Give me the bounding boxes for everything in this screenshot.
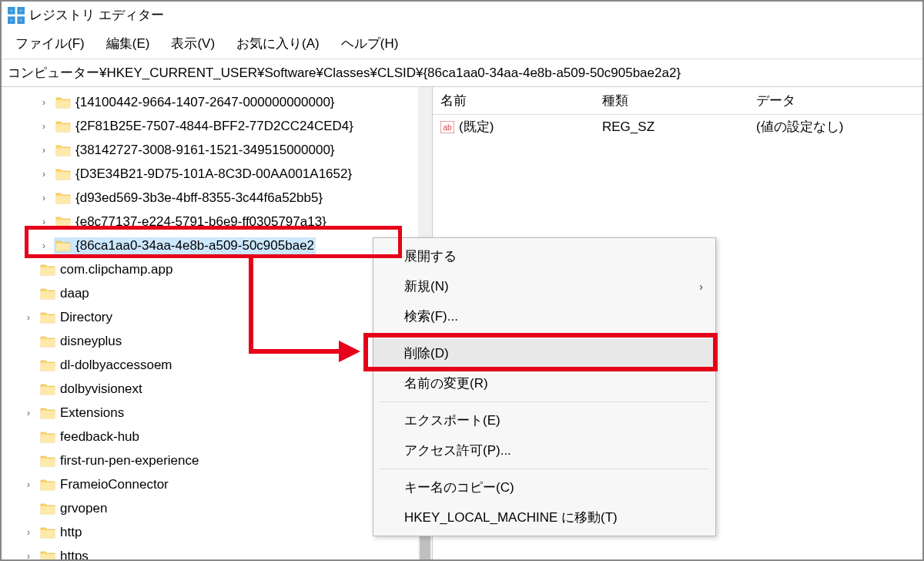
chevron-right-icon: › [699, 280, 703, 293]
value-name: (既定) [459, 118, 494, 136]
folder-icon [40, 311, 55, 324]
folder-icon [55, 192, 71, 204]
folder-icon [40, 479, 55, 491]
tree-item[interactable]: ›first-run-pen-experience [2, 448, 432, 472]
tree-item-label: {86ca1aa0-34aa-4e8b-a509-50c905bae2 [75, 238, 314, 254]
tree-item-label: https [60, 549, 89, 560]
address-bar[interactable]: コンピューター¥HKEY_CURRENT_USER¥Software¥Class… [2, 59, 922, 87]
tree-item-label: {2F81B25E-7507-4844-BFF2-77D2CC24CED4} [75, 119, 353, 134]
context-menu-item[interactable]: HKEY_LOCAL_MACHINE に移動(T) [373, 502, 715, 532]
tree-item[interactable]: ›dolbyvisionext [2, 377, 432, 401]
folder-icon [55, 240, 71, 252]
tree-item[interactable]: ›{e8c77137-e224-5791-b6e9-ff0305797a13} [2, 210, 432, 233]
chevron-right-icon[interactable]: › [38, 121, 49, 132]
chevron-right-icon[interactable]: › [38, 193, 49, 203]
context-menu-item[interactable]: 検索(F)... [373, 301, 715, 331]
tree-item[interactable]: ›{D3E34B21-9D75-101A-8C3D-00AA001A1652} [2, 162, 432, 186]
tree-item[interactable]: ›com.clipchamp.app [2, 257, 432, 281]
chevron-right-icon[interactable]: › [23, 408, 34, 418]
context-menu-item[interactable]: アクセス許可(P)... [373, 435, 715, 465]
col-header-type[interactable]: 種類 [594, 87, 748, 114]
svg-rect-6 [11, 19, 12, 20]
chevron-right-icon[interactable]: › [23, 527, 34, 538]
context-menu-item[interactable]: 名前の変更(R) [373, 368, 715, 398]
tree-item[interactable]: ›daap [2, 281, 432, 305]
svg-rect-5 [21, 10, 22, 11]
folder-icon [40, 550, 55, 560]
tree-pane[interactable]: ›{14100442-9664-1407-2647-000000000000}›… [2, 87, 433, 559]
tree-item-label: dolbyvisionext [60, 381, 142, 397]
chevron-right-icon[interactable]: › [38, 145, 49, 156]
tree-item[interactable]: ›{d93ed569-3b3e-4bff-8355-3c44f6a52bb5} [2, 186, 432, 210]
tree-item[interactable]: ›{38142727-3008-9161-1521-349515000000} [2, 138, 432, 162]
tree-item[interactable]: ›dl-dolbyaccessoem [2, 353, 432, 377]
context-menu-item[interactable]: 新規(N)› [373, 271, 715, 301]
folder-icon [55, 216, 71, 228]
tree-item[interactable]: ›http [2, 520, 432, 544]
folder-icon [40, 264, 55, 276]
tree-item[interactable]: ›https [2, 544, 432, 559]
col-header-name[interactable]: 名前 [433, 87, 594, 114]
string-value-icon: ab [440, 121, 454, 133]
tree-item-label: dl-dolbyaccessoem [60, 358, 172, 373]
tree-item-label: http [60, 525, 82, 540]
menu-separator [380, 334, 709, 335]
tree-item[interactable]: ›Directory [2, 305, 432, 329]
col-header-data[interactable]: データ [748, 87, 922, 114]
menu-view[interactable]: 表示(V) [162, 32, 224, 55]
chevron-right-icon[interactable]: › [38, 240, 49, 251]
menubar: ファイル(F) 編集(E) 表示(V) お気に入り(A) ヘルプ(H) [2, 29, 922, 59]
tree-item[interactable]: ›{2F81B25E-7507-4844-BFF2-77D2CC24CED4} [2, 114, 432, 138]
chevron-right-icon[interactable]: › [38, 169, 49, 180]
context-menu-item[interactable]: 展開する [373, 241, 715, 271]
context-menu-item[interactable]: 削除(D) [373, 338, 715, 368]
window-title: レジストリ エディター [29, 6, 164, 24]
value-type: REG_SZ [594, 116, 748, 138]
tree-item-label: disneyplus [60, 334, 122, 349]
chevron-right-icon[interactable]: › [38, 217, 49, 227]
values-header: 名前 種類 データ [433, 87, 922, 115]
menu-separator [380, 469, 709, 469]
tree-item-label: Extensions [60, 405, 124, 421]
context-menu-item[interactable]: キー名のコピー(C) [373, 472, 715, 502]
value-row[interactable]: ab (既定) REG_SZ (値の設定なし) [433, 115, 922, 139]
folder-icon [40, 455, 55, 467]
tree-item-label: grvopen [60, 501, 107, 516]
svg-rect-4 [11, 10, 12, 11]
titlebar: レジストリ エディター [2, 2, 922, 29]
chevron-right-icon[interactable]: › [23, 479, 34, 490]
folder-icon [55, 144, 71, 156]
folder-icon [40, 359, 55, 371]
folder-icon [40, 287, 55, 300]
chevron-right-icon[interactable]: › [38, 97, 49, 108]
tree-item[interactable]: ›{14100442-9664-1407-2647-000000000000} [2, 90, 432, 114]
menu-favorites[interactable]: お気に入り(A) [227, 32, 329, 55]
tree-item-label: daap [60, 286, 89, 301]
tree-item-label: {e8c77137-e224-5791-b6e9-ff0305797a13} [75, 214, 326, 230]
tree-item-label: {d93ed569-3b3e-4bff-8355-3c44f6a52bb5} [75, 190, 323, 206]
tree-item-label: first-run-pen-experience [60, 453, 199, 469]
tree-item-label: Directory [60, 310, 112, 325]
folder-icon [40, 407, 55, 419]
menu-edit[interactable]: 編集(E) [97, 32, 159, 55]
tree-item[interactable]: ›feedback-hub [2, 425, 432, 448]
tree-item[interactable]: ›{86ca1aa0-34aa-4e8b-a509-50c905bae2 [2, 233, 432, 257]
svg-text:ab: ab [443, 123, 452, 132]
tree-item-label: {14100442-9664-1407-2647-000000000000} [75, 95, 335, 110]
tree-item[interactable]: ›disneyplus [2, 329, 432, 353]
tree-item[interactable]: ›Extensions [2, 401, 432, 425]
chevron-right-icon[interactable]: › [23, 312, 34, 323]
menu-file[interactable]: ファイル(F) [6, 32, 94, 55]
tree-item-label: {38142727-3008-9161-1521-349515000000} [75, 143, 335, 158]
chevron-right-icon[interactable]: › [23, 551, 34, 560]
tree-item[interactable]: ›FrameioConnector [2, 472, 432, 496]
tree-item-label: com.clipchamp.app [60, 262, 172, 277]
tree-item[interactable]: ›grvopen [2, 496, 432, 520]
folder-icon [40, 431, 55, 443]
menu-help[interactable]: ヘルプ(H) [332, 32, 408, 55]
folder-icon [55, 96, 71, 109]
context-menu-item[interactable]: エクスポート(E) [373, 405, 715, 435]
app-icon [8, 7, 25, 24]
folder-icon [40, 335, 55, 348]
folder-icon [55, 120, 71, 133]
